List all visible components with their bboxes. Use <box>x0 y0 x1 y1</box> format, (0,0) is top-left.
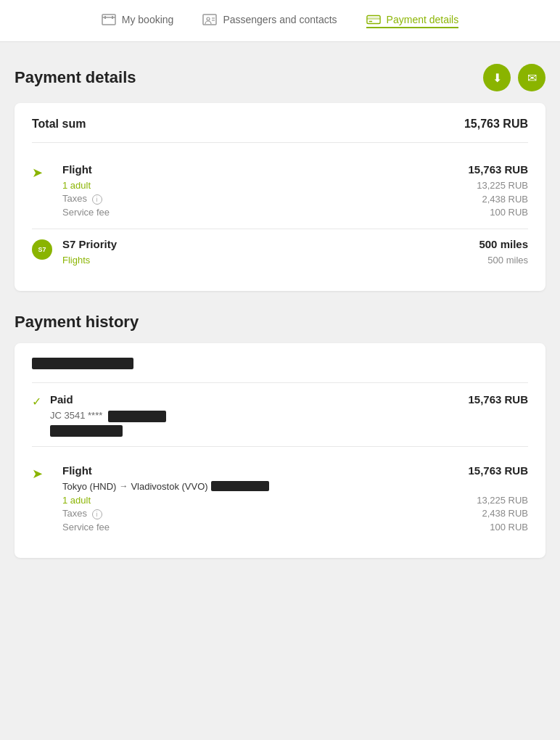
redacted-block <box>32 358 528 383</box>
s7-amount: 500 miles <box>479 238 528 250</box>
s7-flights-value: 500 miles <box>487 255 528 266</box>
check-icon: ✓ <box>32 395 41 437</box>
total-sum-value: 15,763 RUB <box>464 118 528 131</box>
history-service-label: Service fee <box>62 522 110 533</box>
nav-payment-details[interactable]: Payment details <box>366 14 459 28</box>
download-icon: ⬇ <box>493 71 502 85</box>
top-navigation: My booking Passengers and contacts Payme… <box>0 0 560 42</box>
history-taxes-label: Taxes i <box>62 508 102 519</box>
paid-title-row: Paid 15,763 RUB <box>50 393 528 406</box>
history-taxes-info-icon[interactable]: i <box>92 509 102 519</box>
flight-adult-row: 1 adult 13,225 RUB <box>62 180 528 191</box>
history-flight-header-row: Flight 15,763 RUB <box>62 464 528 477</box>
svg-rect-10 <box>368 20 372 21</box>
history-flight-amount: 15,763 RUB <box>468 464 528 477</box>
flight-taxes-row: Taxes i 2,438 RUB <box>62 193 528 205</box>
paid-date <box>50 424 528 437</box>
flight-service-label: Service fee <box>62 207 110 218</box>
history-flight-plane-icon: ➤ <box>32 464 52 535</box>
taxes-info-icon[interactable]: i <box>92 194 102 205</box>
history-taxes-value: 2,438 RUB <box>482 508 528 519</box>
flight-taxes-label: Taxes i <box>62 193 102 205</box>
paid-label: Paid <box>50 393 73 406</box>
history-flight-body: Flight 15,763 RUB Tokyo (HND) → Vladivos… <box>62 464 528 535</box>
route-to: Vladivostok (VVO) <box>131 481 207 492</box>
total-sum-label: Total sum <box>32 118 86 131</box>
paid-amount: 15,763 RUB <box>468 393 528 406</box>
redacted-date <box>50 425 123 437</box>
history-adult-value: 13,225 RUB <box>477 495 528 506</box>
flight-body: Flight 15,763 RUB 1 adult 13,225 RUB Tax… <box>62 163 528 220</box>
s7-title: S7 Priority <box>62 238 117 250</box>
redacted-card-number <box>108 411 166 422</box>
history-adult-label: 1 adult <box>62 495 91 506</box>
s7-body: S7 Priority 500 miles Flights 500 miles <box>62 238 528 268</box>
history-flight-title: Flight <box>62 464 92 477</box>
download-button[interactable]: ⬇ <box>483 64 511 91</box>
flight-taxes-value: 2,438 RUB <box>482 194 528 205</box>
svg-rect-0 <box>102 15 115 25</box>
email-icon: ✉ <box>527 71 537 85</box>
svg-rect-2 <box>104 16 106 19</box>
redacted-text-1 <box>32 358 133 369</box>
s7-flights-label: Flights <box>62 255 90 266</box>
redacted-flight-info <box>211 481 269 491</box>
paid-header: ✓ Paid 15,763 RUB JC 3541 **** <box>32 393 528 437</box>
divider <box>32 446 528 447</box>
history-service-value: 100 RUB <box>490 522 528 533</box>
history-taxes-row: Taxes i 2,438 RUB <box>62 508 528 519</box>
paid-section: ✓ Paid 15,763 RUB JC 3541 **** <box>32 393 528 437</box>
route-from: Tokyo (HND) <box>62 481 116 492</box>
flight-adult-value: 13,225 RUB <box>477 180 528 191</box>
flight-title: Flight <box>62 163 92 176</box>
flight-route: Tokyo (HND) → Vladivostok (VVO) <box>62 481 528 492</box>
flight-amount: 15,763 RUB <box>468 163 528 176</box>
header-action-icons: ⬇ ✉ <box>483 64 545 91</box>
page-title: Payment details <box>15 68 136 87</box>
payment-icon <box>366 14 381 25</box>
flight-section: ➤ Flight 15,763 RUB 1 adult 13,225 RUB T… <box>32 155 528 229</box>
payment-history-title: Payment history <box>15 313 139 332</box>
svg-rect-3 <box>112 16 113 19</box>
nav-my-booking-label: My booking <box>122 14 174 25</box>
history-flight-section: ➤ Flight 15,763 RUB Tokyo (HND) → Vladiv… <box>32 456 528 543</box>
svg-point-5 <box>207 17 210 20</box>
history-adult-row: 1 adult 13,225 RUB <box>62 495 528 506</box>
flight-service-row: Service fee 100 RUB <box>62 207 528 218</box>
booking-icon <box>102 14 116 25</box>
paid-details: Paid 15,763 RUB JC 3541 **** <box>50 393 528 437</box>
s7-priority-section: S7 S7 Priority 500 miles Flights 500 mil… <box>32 229 528 276</box>
flight-service-value: 100 RUB <box>490 207 528 218</box>
s7-flights-row: Flights 500 miles <box>62 255 528 266</box>
flight-plane-icon: ➤ <box>32 163 52 220</box>
total-sum-row: Total sum 15,763 RUB <box>32 118 528 143</box>
passengers-icon <box>202 14 217 25</box>
nav-my-booking[interactable]: My booking <box>102 14 174 28</box>
payment-history-section: Payment history ✓ Paid 15,763 RUB <box>15 313 545 558</box>
payment-details-card: Total sum 15,763 RUB ➤ Flight 15,763 RUB… <box>15 103 545 291</box>
flight-header-row: Flight 15,763 RUB <box>62 163 528 176</box>
nav-passengers-contacts[interactable]: Passengers and contacts <box>202 14 337 28</box>
nav-payment-details-label: Payment details <box>387 14 459 25</box>
s7-badge-icon: S7 <box>32 238 52 268</box>
payment-history-header: Payment history <box>15 313 545 332</box>
nav-passengers-contacts-label: Passengers and contacts <box>223 14 337 25</box>
email-button[interactable]: ✉ <box>518 64 545 91</box>
flight-adult-label: 1 adult <box>62 180 91 191</box>
svg-rect-9 <box>367 17 380 20</box>
payment-history-card: ✓ Paid 15,763 RUB JC 3541 **** <box>15 343 545 558</box>
main-content: Payment details ⬇ ✉ Total sum 15,763 RUB… <box>0 42 560 594</box>
route-arrow: → <box>119 481 128 491</box>
paid-card-info: JC 3541 **** <box>50 410 528 422</box>
payment-details-header: Payment details ⬇ ✉ <box>15 64 545 91</box>
s7-header-row: S7 Priority 500 miles <box>62 238 528 250</box>
history-service-row: Service fee 100 RUB <box>62 522 528 533</box>
